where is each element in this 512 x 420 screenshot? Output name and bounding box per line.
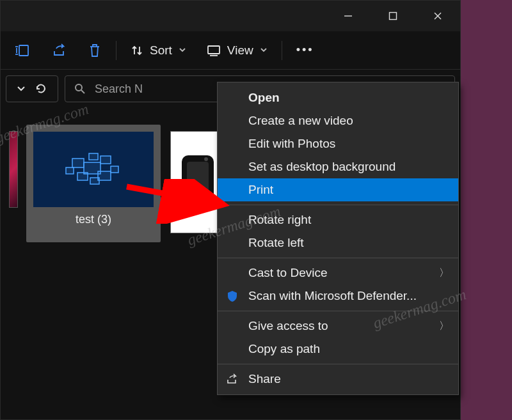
svg-rect-15 <box>111 166 118 173</box>
svg-rect-4 <box>19 45 28 56</box>
svg-rect-1 <box>390 13 397 20</box>
command-bar: Sort View ••• <box>1 31 460 70</box>
breadcrumb[interactable] <box>6 75 58 102</box>
menu-give-access[interactable]: Give access to 〉 <box>218 315 458 338</box>
thumbnail-image <box>33 131 154 208</box>
svg-rect-16 <box>89 153 98 160</box>
refresh-icon[interactable] <box>35 82 47 95</box>
shield-icon <box>225 289 239 303</box>
search-icon <box>74 83 86 95</box>
menu-rotate-left[interactable]: Rotate left <box>218 231 458 254</box>
menu-separator <box>218 205 458 205</box>
maximize-button[interactable] <box>371 1 415 31</box>
menu-set-background[interactable]: Set as desktop background <box>218 155 458 178</box>
menu-scan-defender[interactable]: Scan with Microsoft Defender... <box>218 284 458 307</box>
chevron-down-icon <box>17 84 26 93</box>
svg-rect-12 <box>77 173 88 180</box>
thumbnail-caption: test (3) <box>76 213 111 226</box>
chevron-down-icon <box>260 45 268 56</box>
svg-line-8 <box>81 90 84 93</box>
svg-rect-10 <box>72 159 84 167</box>
menu-print[interactable]: Print <box>218 178 458 201</box>
view-button[interactable]: View <box>198 36 276 65</box>
svg-rect-19 <box>187 162 209 203</box>
svg-point-7 <box>76 84 82 91</box>
menu-cast-to-device[interactable]: Cast to Device 〉 <box>218 261 458 284</box>
close-button[interactable] <box>415 1 460 31</box>
thumbnail-selected[interactable]: test (3) <box>26 125 161 242</box>
submenu-arrow-icon: 〉 <box>439 267 449 280</box>
thumbnail-image <box>9 131 18 208</box>
separator <box>116 41 116 60</box>
svg-rect-17 <box>90 178 99 184</box>
menu-open[interactable]: Open <box>218 86 458 109</box>
delete-icon[interactable] <box>79 36 111 65</box>
svg-point-20 <box>204 157 208 161</box>
chevron-down-icon <box>179 45 186 56</box>
svg-rect-5 <box>208 46 220 54</box>
rotate-icon[interactable] <box>6 36 40 65</box>
menu-copy-path[interactable]: Copy as path <box>218 338 458 361</box>
menu-edit-photos[interactable]: Edit with Photos <box>218 132 458 155</box>
view-label: View <box>227 43 253 58</box>
share-icon <box>225 372 239 386</box>
svg-rect-14 <box>66 167 74 174</box>
menu-share[interactable]: Share <box>218 368 458 391</box>
context-menu: Open Create a new video Edit with Photos… <box>217 82 459 395</box>
share-icon[interactable] <box>43 36 76 65</box>
menu-separator <box>218 311 458 311</box>
svg-rect-11 <box>100 156 111 164</box>
sort-button[interactable]: Sort <box>122 36 195 65</box>
menu-rotate-right[interactable]: Rotate right <box>218 208 458 231</box>
thumbnail-partial[interactable] <box>6 125 21 242</box>
more-icon[interactable]: ••• <box>287 36 323 65</box>
menu-separator <box>218 258 458 258</box>
title-bar <box>1 1 460 31</box>
separator <box>282 41 282 60</box>
svg-rect-13 <box>98 171 111 180</box>
search-placeholder: Search N <box>95 82 143 96</box>
menu-create-video[interactable]: Create a new video <box>218 109 458 132</box>
minimize-button[interactable] <box>326 1 371 31</box>
sort-label: Sort <box>150 43 172 58</box>
menu-separator <box>218 364 458 364</box>
submenu-arrow-icon: 〉 <box>439 320 449 333</box>
